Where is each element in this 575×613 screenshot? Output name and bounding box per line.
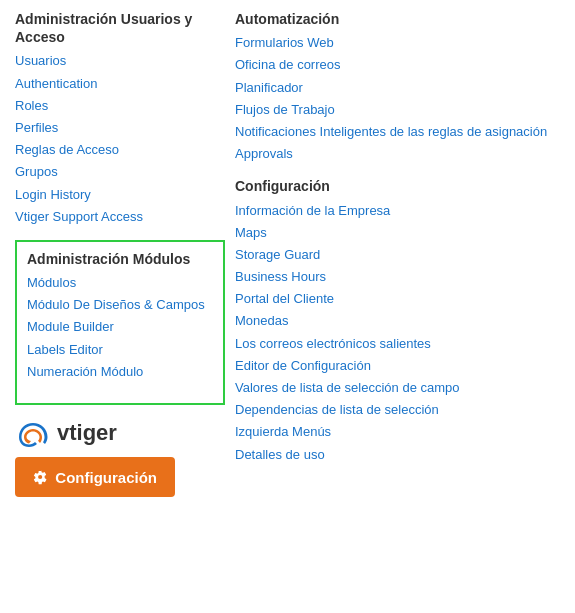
logo-area: vtiger xyxy=(15,419,225,447)
section-automatizacion-links: Formularios Web Oficina de correos Plani… xyxy=(235,34,560,163)
link-numeracion-modulo[interactable]: Numeración Módulo xyxy=(27,363,213,381)
config-button[interactable]: Configuración xyxy=(15,457,175,497)
link-login-history[interactable]: Login History xyxy=(15,186,225,204)
section-usuarios-links: Usuarios Authentication Roles Perfiles R… xyxy=(15,52,225,226)
config-button-label: Configuración xyxy=(55,469,157,486)
vtiger-logo-text: vtiger xyxy=(57,420,117,446)
link-formularios-web[interactable]: Formularios Web xyxy=(235,34,560,52)
link-notificaciones[interactable]: Notificaciones Inteligentes de las regla… xyxy=(235,123,560,141)
section-usuarios-title: Administración Usuarios y Acceso xyxy=(15,10,225,46)
link-planificador[interactable]: Planificador xyxy=(235,79,560,97)
section-configuracion: Configuración Información de la Empresa … xyxy=(235,177,560,463)
section-configuracion-title: Configuración xyxy=(235,177,560,195)
link-valores-lista[interactable]: Valores de lista de selección de campo xyxy=(235,379,560,397)
link-vtiger-support[interactable]: Vtiger Support Access xyxy=(15,208,225,226)
link-module-builder[interactable]: Module Builder xyxy=(27,318,213,336)
link-izquierda-menus[interactable]: Izquierda Menús xyxy=(235,423,560,441)
section-modulos-title: Administración Módulos xyxy=(27,250,213,268)
link-labels-editor[interactable]: Labels Editor xyxy=(27,341,213,359)
section-automatizacion: Automatización Formularios Web Oficina d… xyxy=(235,10,560,163)
link-business-hours[interactable]: Business Hours xyxy=(235,268,560,286)
gear-icon xyxy=(33,466,47,488)
link-modulos[interactable]: Módulos xyxy=(27,274,213,292)
link-authentication[interactable]: Authentication xyxy=(15,75,225,93)
link-editor-config[interactable]: Editor de Configuración xyxy=(235,357,560,375)
link-dependencias[interactable]: Dependencias de lista de selección xyxy=(235,401,560,419)
section-automatizacion-title: Automatización xyxy=(235,10,560,28)
link-grupos[interactable]: Grupos xyxy=(15,163,225,181)
link-storage-guard[interactable]: Storage Guard xyxy=(235,246,560,264)
link-correos-salientes[interactable]: Los correos electrónicos salientes xyxy=(235,335,560,353)
section-modulos: Administración Módulos Módulos Módulo De… xyxy=(15,240,225,405)
link-reglas-acceso[interactable]: Reglas de Acceso xyxy=(15,141,225,159)
link-flujos-trabajo[interactable]: Flujos de Trabajo xyxy=(235,101,560,119)
link-approvals[interactable]: Approvals xyxy=(235,145,560,163)
link-modulo-disenos[interactable]: Módulo De Diseños & Campos xyxy=(27,296,213,314)
section-configuracion-links: Información de la Empresa Maps Storage G… xyxy=(235,202,560,464)
link-monedas[interactable]: Monedas xyxy=(235,312,560,330)
section-usuarios: Administración Usuarios y Acceso Usuario… xyxy=(15,10,225,226)
link-roles[interactable]: Roles xyxy=(15,97,225,115)
link-maps[interactable]: Maps xyxy=(235,224,560,242)
vtiger-logo-icon xyxy=(15,419,51,447)
link-info-empresa[interactable]: Información de la Empresa xyxy=(235,202,560,220)
link-oficina-correos[interactable]: Oficina de correos xyxy=(235,56,560,74)
link-detalles-uso[interactable]: Detalles de uso xyxy=(235,446,560,464)
link-perfiles[interactable]: Perfiles xyxy=(15,119,225,137)
link-portal-cliente[interactable]: Portal del Cliente xyxy=(235,290,560,308)
link-usuarios[interactable]: Usuarios xyxy=(15,52,225,70)
section-modulos-links: Módulos Módulo De Diseños & Campos Modul… xyxy=(27,274,213,381)
